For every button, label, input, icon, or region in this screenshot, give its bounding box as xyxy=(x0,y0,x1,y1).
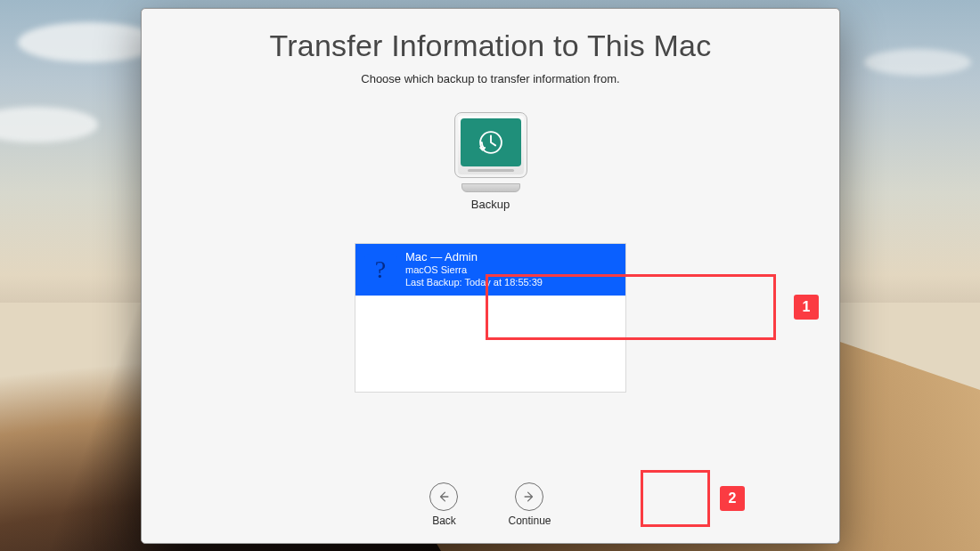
backup-item-title: Mac — Admin xyxy=(405,250,543,264)
back-label: Back xyxy=(432,515,456,527)
page-subtitle: Choose which backup to transfer informat… xyxy=(361,72,619,85)
arrow-right-icon xyxy=(515,482,543,511)
backup-disk-icon xyxy=(454,112,527,192)
back-button[interactable]: Back xyxy=(429,482,458,527)
wizard-nav: Back Continue xyxy=(142,482,839,527)
time-machine-icon xyxy=(476,127,506,158)
backup-disk-label: Backup xyxy=(471,198,510,211)
unknown-machine-icon: ? xyxy=(364,254,396,286)
page-title: Transfer Information to This Mac xyxy=(270,28,712,63)
arrow-left-icon xyxy=(429,482,458,511)
migration-assistant-window: Transfer Information to This Mac Choose … xyxy=(141,8,840,544)
backup-item-os: macOS Sierra xyxy=(405,264,543,277)
backup-item-last: Last Backup: Today at 18:55:39 xyxy=(405,277,543,289)
backup-list[interactable]: ? Mac — Admin macOS Sierra Last Backup: … xyxy=(355,243,626,393)
continue-button[interactable]: Continue xyxy=(508,482,551,527)
backup-item-text: Mac — Admin macOS Sierra Last Backup: To… xyxy=(405,250,543,289)
backup-list-item[interactable]: ? Mac — Admin macOS Sierra Last Backup: … xyxy=(355,244,625,296)
continue-label: Continue xyxy=(508,515,551,527)
